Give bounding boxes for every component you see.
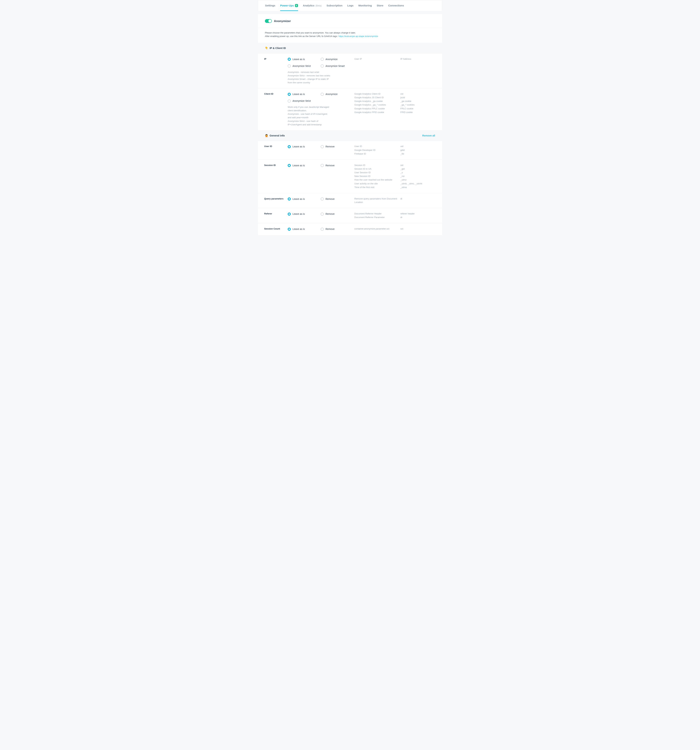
- row-referer: Referer Leave as is Remove Document Refe…: [258, 208, 442, 223]
- cid-meta-keys: cidjscid_ga cookie _ga_* cookiesFPLC coo…: [400, 92, 435, 126]
- qp-meta-keys: dl: [400, 197, 435, 204]
- row-title-ip: IP: [264, 57, 285, 85]
- radio-userid-remove[interactable]: Remove: [321, 144, 350, 149]
- userid-meta-names: User IDGoogle Developer IDFirebase ID: [354, 144, 398, 155]
- remove-all-link[interactable]: Remove all: [422, 134, 435, 137]
- sessionid-meta-names: Session IDSession ID in UAUser Session I…: [354, 163, 398, 189]
- ip-help: Anonymize - removes last octetAnonymize …: [288, 71, 331, 85]
- section-general-info: 🙅 General info Remove all: [258, 130, 442, 141]
- radio-dot-icon: [288, 164, 291, 167]
- tab-connections[interactable]: Connections: [388, 0, 404, 11]
- radio-dot-icon: [321, 212, 324, 216]
- radio-dot-icon: [288, 197, 291, 201]
- radio-dot-icon: [288, 93, 291, 96]
- radio-dot-icon: [288, 212, 291, 216]
- no-gesture-icon: 🙅: [265, 134, 268, 138]
- pointing-down-icon: 👇: [265, 46, 268, 50]
- server-url-link[interactable]: https://eukuecpe.ap.stape.io/anonymize: [338, 35, 378, 37]
- radio-ip-anonymize[interactable]: Anonymize: [321, 57, 350, 61]
- row-title-query-params: Query parameters: [264, 197, 285, 204]
- radio-dot-icon: [321, 164, 324, 167]
- radio-dot-icon: [288, 145, 291, 148]
- anonymizer-toggle[interactable]: [265, 19, 272, 23]
- referer-meta-names: Document Referrer HeaderDocument Referre…: [354, 212, 398, 219]
- row-query-params: Query parameters Leave as is Remove Remo…: [258, 193, 442, 208]
- tab-power-ups[interactable]: Power-Ups 6: [280, 0, 298, 11]
- radio-referer-leave[interactable]: Leave as is: [288, 212, 317, 216]
- radio-dot-icon: [321, 227, 324, 231]
- tab-monitoring[interactable]: Monitoring: [358, 0, 372, 11]
- row-title-user-id: User ID: [264, 144, 285, 155]
- row-session-id: Session ID Leave as is Remove Session ID…: [258, 160, 442, 193]
- ip-meta-names: User IP: [354, 57, 398, 85]
- row-user-id: User ID Leave as is Remove User IDGoogle…: [258, 141, 442, 159]
- tab-analytics[interactable]: Analytics (Beta): [303, 0, 322, 11]
- row-title-session-id: Session ID: [264, 163, 285, 189]
- radio-sct-remove[interactable]: Remove: [321, 227, 350, 231]
- row-title-session-count: Session Count: [264, 227, 285, 231]
- radio-ip-leave[interactable]: Leave as is: [288, 57, 317, 61]
- row-session-count: Session Count Leave as is Remove contain…: [258, 223, 442, 235]
- power-ups-count-badge: 6: [295, 4, 298, 7]
- radio-qp-remove[interactable]: Remove: [321, 197, 350, 201]
- radio-cid-anonymize[interactable]: Anonymize: [321, 92, 350, 97]
- radio-sessionid-leave[interactable]: Leave as is: [288, 163, 317, 168]
- radio-dot-icon: [321, 93, 324, 96]
- sct-meta-keys: sct: [400, 227, 435, 231]
- cid-help: Work only if you use JavaScript Managed …: [288, 105, 331, 126]
- radio-dot-icon: [288, 58, 291, 61]
- anonymizer-title: Anonymizer: [274, 19, 291, 23]
- ip-meta-keys: IP Address: [400, 57, 435, 85]
- radio-dot-icon: [288, 227, 291, 231]
- userid-meta-keys: uidgdid_fid: [400, 144, 435, 155]
- radio-referer-remove[interactable]: Remove: [321, 212, 350, 216]
- radio-cid-anonymize-strict[interactable]: Anonymize Strict: [288, 98, 317, 103]
- radio-userid-leave[interactable]: Leave as is: [288, 144, 317, 149]
- row-title-client-id: Client ID: [264, 92, 285, 126]
- tab-store[interactable]: Store: [377, 0, 383, 11]
- cid-meta-names: Google Analytics Client IDGoogle Analyti…: [354, 92, 398, 126]
- radio-qp-leave[interactable]: Leave as is: [288, 197, 317, 201]
- radio-sessionid-remove[interactable]: Remove: [321, 163, 350, 168]
- row-ip: IP Leave as is Anonymize Anonymize Stric…: [258, 53, 442, 88]
- qp-meta-names: Remove query paramaters from Document Lo…: [354, 197, 398, 204]
- anonymizer-intro: Please choose the parameters that you wa…: [258, 28, 442, 43]
- referer-meta-keys: referer headerdr: [400, 212, 435, 219]
- radio-dot-icon: [321, 145, 324, 148]
- sct-meta-names: container.anonymize.parameter.sct: [354, 227, 398, 231]
- tab-logs[interactable]: Logs: [347, 0, 354, 11]
- tab-settings[interactable]: Settings: [265, 0, 275, 11]
- section-ip-client: 👇 IP & Client ID: [258, 43, 442, 53]
- radio-ip-anonymize-smart[interactable]: Anonymize Smart: [321, 64, 350, 68]
- radio-cid-leave[interactable]: Leave as is: [288, 92, 317, 97]
- radio-dot-icon: [288, 65, 291, 68]
- radio-dot-icon: [288, 100, 291, 103]
- row-title-referer: Referer: [264, 212, 285, 219]
- tab-subscription[interactable]: Subscription: [326, 0, 343, 11]
- radio-dot-icon: [321, 58, 324, 61]
- radio-dot-icon: [321, 65, 324, 68]
- tabs: Settings Power-Ups 6 Analytics (Beta) Su…: [258, 0, 442, 11]
- radio-sct-leave[interactable]: Leave as is: [288, 227, 317, 231]
- row-client-id: Client ID Leave as is Anonymize Anonymiz…: [258, 88, 442, 130]
- sessionid-meta-keys: sid_gid_u _nsi_utmz_utmb, _utmc, _utmht …: [400, 163, 435, 189]
- radio-ip-anonymize-strict[interactable]: Anonymize Strict: [288, 64, 317, 68]
- radio-dot-icon: [321, 197, 324, 201]
